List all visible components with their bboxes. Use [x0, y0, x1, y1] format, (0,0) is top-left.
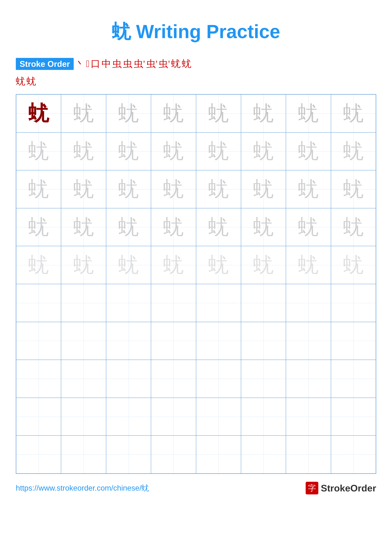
grid-cell-r2c3[interactable]: 蚘: [106, 132, 151, 170]
grid-cell-r6c8[interactable]: [331, 284, 376, 322]
grid-cell-r2c7[interactable]: 蚘: [286, 132, 331, 170]
grid-cell-r7c3[interactable]: [106, 322, 151, 360]
grid-cell-r9c7[interactable]: [286, 398, 331, 436]
grid-cell-r8c2[interactable]: [61, 360, 106, 398]
grid-cell-r10c2[interactable]: [61, 436, 106, 474]
footer: https://www.strokeorder.com/chinese/蚘 字 …: [16, 482, 376, 494]
practice-char: 蚘: [73, 213, 94, 241]
grid-cell-r6c2[interactable]: [61, 284, 106, 322]
practice-char: 蚘: [343, 213, 364, 241]
grid-cell-r4c1[interactable]: 蚘: [16, 208, 61, 246]
grid-cell-r2c1[interactable]: 蚘: [16, 132, 61, 170]
grid-cell-r5c4[interactable]: 蚘: [151, 246, 196, 284]
grid-cell-r10c4[interactable]: [151, 436, 196, 474]
grid-cell-r3c6[interactable]: 蚘: [241, 170, 286, 208]
grid-cell-r3c5[interactable]: 蚘: [196, 170, 241, 208]
grid-cell-r2c4[interactable]: 蚘: [151, 132, 196, 170]
practice-char: 蚘: [163, 251, 184, 279]
footer-url[interactable]: https://www.strokeorder.com/chinese/蚘: [16, 483, 149, 493]
grid-cell-r5c5[interactable]: 蚘: [196, 246, 241, 284]
grid-cell-r4c3[interactable]: 蚘: [106, 208, 151, 246]
grid-cell-r4c4[interactable]: 蚘: [151, 208, 196, 246]
grid-cell-r3c2[interactable]: 蚘: [61, 170, 106, 208]
grid-cell-r4c6[interactable]: 蚘: [241, 208, 286, 246]
practice-char: 蚘: [73, 137, 94, 165]
grid-cell-r1c8[interactable]: 蚘: [331, 95, 376, 132]
grid-cell-r6c5[interactable]: [196, 284, 241, 322]
grid-cell-r2c2[interactable]: 蚘: [61, 132, 106, 170]
grid-cell-r3c3[interactable]: 蚘: [106, 170, 151, 208]
grid-cell-r9c3[interactable]: [106, 398, 151, 436]
practice-char: 蚘: [163, 175, 184, 203]
grid-cell-r6c4[interactable]: [151, 284, 196, 322]
practice-char: 蚘: [298, 251, 319, 279]
grid-cell-r10c1[interactable]: [16, 436, 61, 474]
practice-char: 蚘: [28, 100, 49, 127]
grid-cell-r5c3[interactable]: 蚘: [106, 246, 151, 284]
grid-cell-r7c6[interactable]: [241, 322, 286, 360]
practice-char: 蚘: [73, 100, 94, 127]
grid-cell-r10c6[interactable]: [241, 436, 286, 474]
grid-cell-r1c4[interactable]: 蚘: [151, 95, 196, 132]
practice-char: 蚘: [343, 175, 364, 203]
grid-cell-r8c4[interactable]: [151, 360, 196, 398]
grid-cell-r2c6[interactable]: 蚘: [241, 132, 286, 170]
practice-char: 蚘: [118, 137, 139, 165]
grid-cell-r1c1[interactable]: 蚘: [16, 95, 61, 132]
grid-cell-r2c5[interactable]: 蚘: [196, 132, 241, 170]
grid-cell-r7c5[interactable]: [196, 322, 241, 360]
grid-cell-r1c3[interactable]: 蚘: [106, 95, 151, 132]
grid-cell-r4c2[interactable]: 蚘: [61, 208, 106, 246]
grid-cell-r3c1[interactable]: 蚘: [16, 170, 61, 208]
grid-cell-r7c1[interactable]: [16, 322, 61, 360]
grid-cell-r8c3[interactable]: [106, 360, 151, 398]
grid-cell-r8c6[interactable]: [241, 360, 286, 398]
grid-cell-r1c2[interactable]: 蚘: [61, 95, 106, 132]
practice-char: 蚘: [28, 251, 49, 279]
stroke-7: 虫': [134, 58, 145, 70]
grid-cell-r5c8[interactable]: 蚘: [331, 246, 376, 284]
grid-cell-r9c8[interactable]: [331, 398, 376, 436]
grid-cell-r9c6[interactable]: [241, 398, 286, 436]
grid-cell-r4c5[interactable]: 蚘: [196, 208, 241, 246]
practice-char: 蚘: [253, 175, 274, 203]
grid-cell-r5c7[interactable]: 蚘: [286, 246, 331, 284]
grid-cell-r4c8[interactable]: 蚘: [331, 208, 376, 246]
grid-cell-r1c7[interactable]: 蚘: [286, 95, 331, 132]
grid-cell-r5c1[interactable]: 蚘: [16, 246, 61, 284]
grid-cell-r3c4[interactable]: 蚘: [151, 170, 196, 208]
grid-cell-r6c1[interactable]: [16, 284, 61, 322]
grid-cell-r10c8[interactable]: [331, 436, 376, 474]
grid-cell-r3c8[interactable]: 蚘: [331, 170, 376, 208]
grid-cell-r3c7[interactable]: 蚘: [286, 170, 331, 208]
grid-cell-r9c5[interactable]: [196, 398, 241, 436]
grid-cell-r1c5[interactable]: 蚘: [196, 95, 241, 132]
grid-cell-r9c1[interactable]: [16, 398, 61, 436]
practice-char: 蚘: [208, 100, 229, 127]
grid-cell-r6c7[interactable]: [286, 284, 331, 322]
practice-char: 蚘: [163, 100, 184, 127]
grid-cell-r1c6[interactable]: 蚘: [241, 95, 286, 132]
grid-cell-r7c8[interactable]: [331, 322, 376, 360]
stroke-12: 蚘: [16, 75, 25, 88]
stroke-sequence: 丶 𠃌 口 中 虫 虫 虫' 虫' 虫' 蚘 蚘: [75, 58, 191, 70]
grid-cell-r5c2[interactable]: 蚘: [61, 246, 106, 284]
grid-cell-r9c2[interactable]: [61, 398, 106, 436]
grid-cell-r7c7[interactable]: [286, 322, 331, 360]
grid-cell-r4c7[interactable]: 蚘: [286, 208, 331, 246]
grid-cell-r7c2[interactable]: [61, 322, 106, 360]
grid-cell-r2c8[interactable]: 蚘: [331, 132, 376, 170]
grid-cell-r10c7[interactable]: [286, 436, 331, 474]
grid-cell-r6c3[interactable]: [106, 284, 151, 322]
grid-cell-r10c3[interactable]: [106, 436, 151, 474]
practice-char: 蚘: [343, 251, 364, 279]
grid-cell-r5c6[interactable]: 蚘: [241, 246, 286, 284]
grid-cell-r10c5[interactable]: [196, 436, 241, 474]
grid-cell-r9c4[interactable]: [151, 398, 196, 436]
grid-cell-r7c4[interactable]: [151, 322, 196, 360]
grid-cell-r6c6[interactable]: [241, 284, 286, 322]
grid-cell-r8c8[interactable]: [331, 360, 376, 398]
grid-cell-r8c7[interactable]: [286, 360, 331, 398]
grid-cell-r8c1[interactable]: [16, 360, 61, 398]
grid-cell-r8c5[interactable]: [196, 360, 241, 398]
